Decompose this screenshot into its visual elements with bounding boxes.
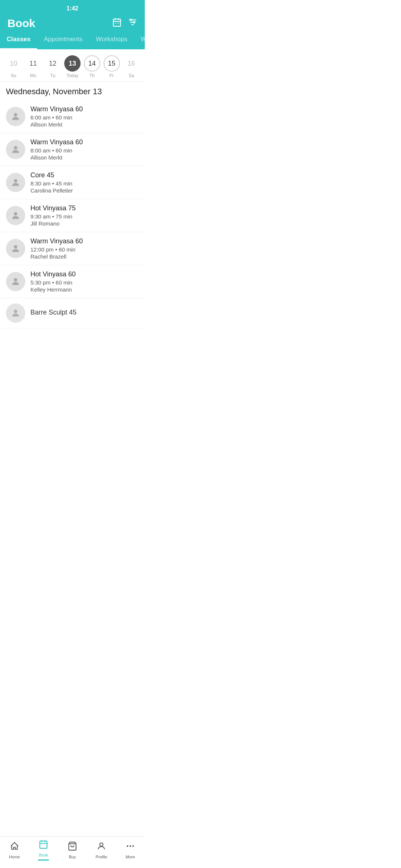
class-name-7: Barre Sculpt 45 bbox=[30, 309, 139, 316]
avatar-1 bbox=[6, 107, 25, 126]
day-15[interactable]: 15 Fr bbox=[103, 55, 121, 78]
day-label-13: Today bbox=[66, 73, 78, 78]
tabs-bar: Classes Appointments Workshops Worksh... bbox=[0, 30, 145, 49]
class-time-3: 8:30 am • 45 min bbox=[30, 180, 139, 187]
svg-rect-0 bbox=[113, 19, 121, 26]
day-label-16: Sa bbox=[128, 73, 134, 78]
filter-icon[interactable] bbox=[128, 17, 137, 29]
class-time-5: 12:00 pm • 60 min bbox=[30, 246, 139, 253]
tab-appointments[interactable]: Appointments bbox=[37, 33, 89, 49]
class-info-5: Warm Vinyasa 60 12:00 pm • 60 min Rachel… bbox=[30, 237, 139, 260]
svg-point-13 bbox=[14, 146, 17, 149]
class-time-2: 8:00 am • 60 min bbox=[30, 147, 139, 154]
class-name-5: Warm Vinyasa 60 bbox=[30, 237, 139, 245]
class-item-2[interactable]: Warm Vinyasa 60 8:00 am • 60 min Allison… bbox=[0, 133, 145, 166]
day-label-10: Su bbox=[11, 73, 16, 78]
class-item-1[interactable]: Warm Vinyasa 60 6:00 am • 60 min Allison… bbox=[0, 100, 145, 133]
day-10[interactable]: 10 Su bbox=[4, 55, 22, 78]
class-name-1: Warm Vinyasa 60 bbox=[30, 105, 139, 113]
day-label-14: Th bbox=[89, 73, 95, 78]
day-label-12: Tu bbox=[50, 73, 55, 78]
day-14[interactable]: 14 Th bbox=[83, 55, 101, 78]
calendar-strip: 10 Su 11 Mo 12 Tu 13 Today 14 Th 15 Fr 1… bbox=[0, 49, 145, 82]
day-number-15: 15 bbox=[104, 55, 120, 72]
svg-point-11 bbox=[133, 22, 135, 23]
class-info-3: Core 45 8:30 am • 45 min Carolina Pellet… bbox=[30, 171, 139, 194]
class-name-3: Core 45 bbox=[30, 171, 139, 179]
avatar-3 bbox=[6, 173, 25, 192]
day-number-13: 13 bbox=[64, 55, 81, 72]
avatar-2 bbox=[6, 140, 25, 159]
day-number-10: 10 bbox=[5, 55, 22, 72]
header: Book bbox=[0, 14, 145, 30]
page-title: Book bbox=[7, 17, 35, 30]
day-12[interactable]: 12 Tu bbox=[44, 55, 62, 78]
svg-point-15 bbox=[14, 212, 17, 216]
day-number-14: 14 bbox=[84, 55, 100, 72]
svg-point-5 bbox=[117, 23, 117, 24]
svg-point-16 bbox=[14, 245, 17, 249]
class-item-7[interactable]: Barre Sculpt 45 bbox=[0, 298, 145, 328]
svg-point-12 bbox=[14, 113, 17, 116]
class-info-2: Warm Vinyasa 60 8:00 am • 60 min Allison… bbox=[30, 138, 139, 161]
header-icons bbox=[112, 17, 137, 29]
svg-point-14 bbox=[14, 179, 17, 183]
day-label-11: Mo bbox=[30, 73, 36, 78]
class-instructor-2: Allison Merkt bbox=[30, 154, 139, 161]
avatar-4 bbox=[6, 206, 25, 225]
svg-point-10 bbox=[130, 19, 132, 20]
class-instructor-4: Jill Romano bbox=[30, 220, 139, 227]
content-area: 10 Su 11 Mo 12 Tu 13 Today 14 Th 15 Fr 1… bbox=[0, 49, 145, 358]
class-item-6[interactable]: Hot Vinyasa 60 5:30 pm • 60 min Kelley H… bbox=[0, 265, 145, 298]
tab-workshops2[interactable]: Worksh... bbox=[134, 33, 145, 49]
class-list: Warm Vinyasa 60 6:00 am • 60 min Allison… bbox=[0, 100, 145, 328]
avatar-6 bbox=[6, 272, 25, 291]
day-label-15: Fr bbox=[110, 73, 114, 78]
day-13[interactable]: 13 Today bbox=[63, 55, 81, 78]
day-number-16: 16 bbox=[123, 55, 139, 72]
calendar-icon[interactable] bbox=[112, 17, 122, 29]
class-instructor-1: Allison Merkt bbox=[30, 121, 139, 128]
class-name-2: Warm Vinyasa 60 bbox=[30, 138, 139, 146]
tab-classes[interactable]: Classes bbox=[0, 33, 37, 49]
svg-point-18 bbox=[14, 310, 17, 313]
class-info-6: Hot Vinyasa 60 5:30 pm • 60 min Kelley H… bbox=[30, 270, 139, 293]
status-time: 1:42 bbox=[66, 5, 78, 12]
class-instructor-3: Carolina Pelletier bbox=[30, 187, 139, 194]
svg-point-4 bbox=[115, 23, 116, 24]
day-number-11: 11 bbox=[25, 55, 41, 72]
class-info-4: Hot Vinyasa 75 9:30 am • 75 min Jill Rom… bbox=[30, 204, 139, 227]
class-info-7: Barre Sculpt 45 bbox=[30, 309, 139, 318]
day-16[interactable]: 16 Sa bbox=[122, 55, 140, 78]
svg-point-17 bbox=[14, 278, 17, 282]
class-item-3[interactable]: Core 45 8:30 am • 45 min Carolina Pellet… bbox=[0, 166, 145, 199]
class-item-4[interactable]: Hot Vinyasa 75 9:30 am • 75 min Jill Rom… bbox=[0, 199, 145, 232]
class-time-6: 5:30 pm • 60 min bbox=[30, 279, 139, 286]
class-instructor-5: Rachel Brazell bbox=[30, 253, 139, 260]
class-time-4: 9:30 am • 75 min bbox=[30, 213, 139, 220]
day-11[interactable]: 11 Mo bbox=[24, 55, 42, 78]
class-name-6: Hot Vinyasa 60 bbox=[30, 270, 139, 278]
day-number-12: 12 bbox=[45, 55, 61, 72]
class-info-1: Warm Vinyasa 60 6:00 am • 60 min Allison… bbox=[30, 105, 139, 128]
class-time-1: 6:00 am • 60 min bbox=[30, 114, 139, 121]
date-heading: Wednesday, November 13 bbox=[0, 82, 145, 100]
class-item-5[interactable]: Warm Vinyasa 60 12:00 pm • 60 min Rachel… bbox=[0, 232, 145, 265]
tab-workshops[interactable]: Workshops bbox=[89, 33, 134, 49]
svg-point-6 bbox=[118, 23, 119, 24]
status-bar: 1:42 bbox=[0, 0, 145, 14]
avatar-5 bbox=[6, 239, 25, 258]
class-name-4: Hot Vinyasa 75 bbox=[30, 204, 139, 212]
class-instructor-6: Kelley Herrmann bbox=[30, 286, 139, 293]
avatar-7 bbox=[6, 303, 25, 323]
